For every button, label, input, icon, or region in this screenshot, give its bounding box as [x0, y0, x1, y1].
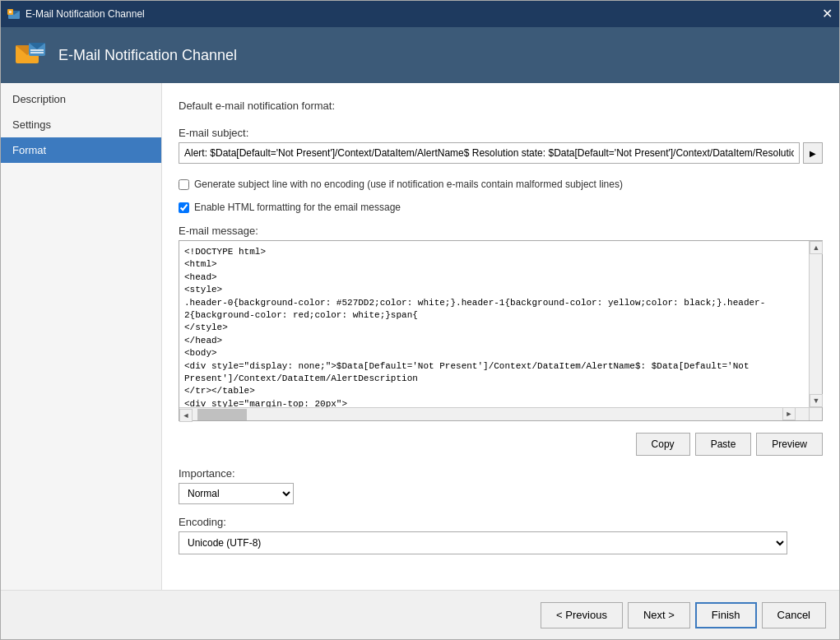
scroll-up-arrow[interactable]: ▲	[810, 241, 823, 254]
sidebar-item-settings[interactable]: Settings	[1, 112, 161, 137]
email-message-section: E-mail message: ▲ ▼ ◄ ►	[179, 225, 823, 421]
scroll-right-arrow[interactable]: ►	[782, 407, 796, 420]
copy-button[interactable]: Copy	[636, 433, 690, 456]
subject-expand-button[interactable]: ▶	[803, 142, 823, 164]
vertical-scrollbar[interactable]: ▲ ▼	[809, 241, 822, 407]
scroll-corner	[809, 407, 822, 420]
footer: < Previous Next > Finish Cancel	[1, 590, 839, 639]
sidebar: Description Settings Format	[1, 83, 162, 590]
default-format-label: Default e-mail notification format:	[179, 100, 823, 112]
header-icon	[14, 39, 47, 72]
preview-button[interactable]: Preview	[756, 433, 823, 456]
content-area: Description Settings Format Default e-ma…	[1, 83, 839, 590]
email-message-label: E-mail message:	[179, 225, 823, 237]
scroll-down-arrow[interactable]: ▼	[810, 394, 823, 407]
window-icon	[7, 7, 21, 21]
header: E-Mail Notification Channel	[1, 27, 839, 83]
no-encoding-row: Generate subject line with no encoding (…	[179, 179, 823, 190]
subject-input[interactable]	[179, 142, 800, 164]
close-button[interactable]: ✕	[822, 7, 833, 21]
cancel-button[interactable]: Cancel	[762, 602, 826, 628]
svg-rect-3	[9, 11, 12, 13]
next-button[interactable]: Next >	[628, 602, 690, 628]
sidebar-item-description[interactable]: Description	[1, 86, 161, 112]
horizontal-scrollbar[interactable]: ◄ ►	[179, 407, 809, 420]
encoding-select[interactable]: Unicode (UTF-8) ASCII UTF-16	[179, 531, 787, 554]
main-window: E-Mail Notification Channel ✕ E-Mail Not…	[0, 0, 840, 640]
html-format-checkbox[interactable]	[179, 202, 189, 213]
subject-row: ▶	[179, 142, 823, 164]
encoding-label: Encoding:	[179, 516, 823, 528]
main-content: Default e-mail notification format: E-ma…	[162, 83, 839, 590]
importance-section: Importance: Normal Low High	[179, 467, 823, 504]
title-bar-left: E-Mail Notification Channel	[7, 7, 145, 21]
header-title: E-Mail Notification Channel	[58, 47, 237, 64]
message-buttons: Copy Paste Preview	[179, 433, 823, 456]
importance-select[interactable]: Normal Low High	[179, 483, 294, 504]
message-textarea[interactable]	[179, 241, 809, 407]
scroll-left-arrow[interactable]: ◄	[179, 409, 193, 422]
window-title: E-Mail Notification Channel	[26, 8, 145, 20]
no-encoding-label: Generate subject line with no encoding (…	[194, 179, 623, 190]
finish-button[interactable]: Finish	[695, 602, 757, 628]
message-area-container: ▲ ▼ ◄ ►	[179, 240, 823, 421]
importance-label: Importance:	[179, 467, 823, 480]
paste-button[interactable]: Paste	[695, 433, 752, 456]
html-format-row: Enable HTML formatting for the email mes…	[179, 202, 823, 213]
encoding-section: Encoding: Unicode (UTF-8) ASCII UTF-16	[179, 516, 823, 554]
sidebar-item-format[interactable]: Format	[1, 137, 161, 163]
subject-label: E-mail subject:	[179, 127, 823, 139]
subject-section: E-mail subject: ▶	[179, 127, 823, 164]
previous-button[interactable]: < Previous	[541, 602, 623, 628]
title-bar: E-Mail Notification Channel ✕	[1, 1, 839, 27]
html-format-label: Enable HTML formatting for the email mes…	[194, 202, 401, 213]
no-encoding-checkbox[interactable]	[179, 179, 189, 190]
